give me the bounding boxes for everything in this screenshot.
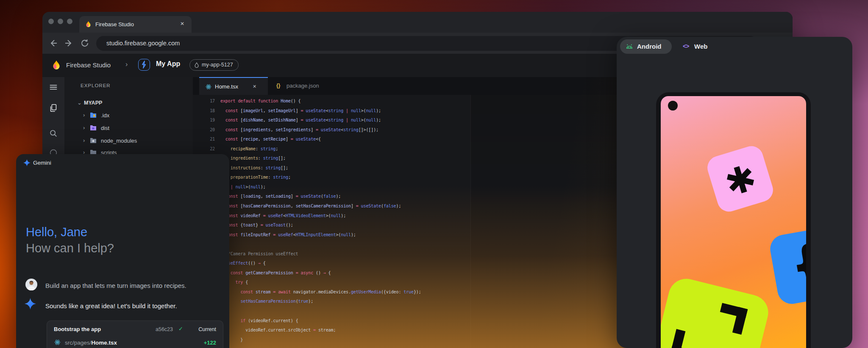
phone-screen[interactable]: ✱ { bbox=[661, 96, 806, 348]
camera-punch-hole bbox=[668, 101, 678, 110]
chevron-right-icon: › bbox=[83, 124, 85, 131]
explorer-title: EXPLORER bbox=[81, 83, 111, 88]
toggle-android-label: Android bbox=[637, 43, 662, 50]
chevron-right-icon: › bbox=[83, 112, 85, 118]
greeting-line1: Hello, Jane bbox=[26, 225, 87, 239]
brace-glyph: { bbox=[790, 238, 806, 290]
prototyper-icon bbox=[138, 59, 150, 71]
files-icon[interactable] bbox=[49, 103, 58, 113]
chevron-right-icon: › bbox=[83, 137, 85, 144]
tree-root-label: MYAPP bbox=[84, 100, 102, 106]
traffic-light-icon[interactable] bbox=[67, 19, 72, 24]
gemini-panel: Gemini Hello, Jane How can I help? Build… bbox=[16, 154, 229, 348]
search-icon[interactable] bbox=[49, 129, 58, 138]
pink-asterisk-tile: ✱ bbox=[704, 143, 776, 215]
back-icon[interactable] bbox=[48, 38, 58, 48]
studio-brand[interactable]: Firebase Studio bbox=[66, 61, 111, 69]
react-icon bbox=[205, 83, 212, 90]
reload-icon[interactable] bbox=[80, 38, 90, 48]
droplet-icon bbox=[194, 62, 200, 68]
asterisk-glyph: ✱ bbox=[721, 158, 760, 202]
tree-item-dist[interactable]: › dist bbox=[64, 122, 193, 134]
project-id-pill[interactable]: my-app-5127 bbox=[189, 59, 239, 71]
browser-tabstrip: Firebase Studio ✕ bbox=[42, 12, 793, 33]
folder-idx-icon bbox=[90, 112, 97, 118]
check-icon: ✓ bbox=[178, 326, 183, 332]
firebase-flame-icon bbox=[51, 60, 62, 71]
tab-close-icon[interactable]: ✕ bbox=[253, 84, 256, 89]
toggle-android[interactable]: Android bbox=[620, 39, 672, 54]
toggle-web[interactable]: <> Web bbox=[679, 39, 718, 54]
tree-root-myapp[interactable]: ⌄ MYAPP bbox=[64, 97, 193, 109]
tab-package-json[interactable]: {} package.json bbox=[268, 77, 351, 95]
project-name[interactable]: My App bbox=[156, 60, 180, 68]
bootstrap-card[interactable]: Bootstrap the app a56c23 ✓ Current src/p… bbox=[47, 320, 223, 348]
breadcrumb: › bbox=[125, 61, 128, 68]
tree-item-label: dist bbox=[101, 125, 109, 131]
forward-icon[interactable] bbox=[64, 38, 74, 48]
firebase-flame-icon bbox=[85, 21, 92, 28]
preview-panel: Android <> Web ✱ { bbox=[617, 37, 852, 348]
commit-hash: a56c23 bbox=[156, 326, 173, 332]
corner-bracket-icon bbox=[716, 303, 748, 334]
menu-icon[interactable] bbox=[49, 83, 58, 92]
blue-brace-tile: { bbox=[768, 225, 806, 306]
gemini-title: Gemini bbox=[33, 160, 51, 166]
tree-item-idx[interactable]: › .idx bbox=[64, 110, 193, 122]
tree-item-label: node_modules bbox=[101, 138, 137, 144]
folder-dist-icon bbox=[90, 125, 97, 131]
user-avatar bbox=[25, 279, 37, 290]
gemini-star-icon bbox=[23, 159, 31, 166]
changed-file-path[interactable]: src/pages/Home.tsx bbox=[65, 340, 117, 346]
android-phone-frame: ✱ { bbox=[656, 92, 811, 348]
toggle-web-label: Web bbox=[694, 43, 707, 50]
status-badge: Current bbox=[198, 326, 216, 332]
browser-tab[interactable]: Firebase Studio ✕ bbox=[79, 16, 192, 33]
user-message: Build an app that lets me turn images in… bbox=[45, 282, 186, 289]
screenshot-canvas: Firebase Studio ✕ studio.firebase.google… bbox=[0, 0, 868, 348]
url-text: studio.firebase.google.com bbox=[106, 40, 180, 47]
browser-tab-title: Firebase Studio bbox=[95, 21, 134, 28]
code-brackets-icon: <> bbox=[683, 43, 689, 50]
tree-item-label: .idx bbox=[101, 112, 109, 119]
bootstrap-card-title: Bootstrap the app bbox=[54, 326, 101, 332]
tab-label: package.json bbox=[287, 83, 319, 89]
assistant-message: Sounds like a great idea! Let's build it… bbox=[45, 302, 177, 309]
gemini-star-icon bbox=[25, 298, 36, 309]
traffic-light-icon[interactable] bbox=[48, 19, 54, 24]
android-icon bbox=[626, 43, 633, 50]
project-id: my-app-5127 bbox=[202, 62, 233, 68]
greeting-line2: How can I help? bbox=[26, 241, 114, 255]
corner-bracket-icon bbox=[670, 329, 702, 348]
green-brackets-tile bbox=[661, 275, 772, 348]
json-braces-icon: {} bbox=[276, 83, 280, 88]
react-icon bbox=[54, 339, 61, 346]
traffic-light-icon[interactable] bbox=[58, 19, 63, 24]
tree-item-node-modules[interactable]: › node_modules bbox=[64, 135, 193, 147]
additions-count: +122 bbox=[204, 340, 216, 346]
tab-home-tsx[interactable]: Home.tsx ✕ bbox=[199, 77, 268, 95]
tab-close-icon[interactable]: ✕ bbox=[180, 21, 184, 27]
tab-label: Home.tsx bbox=[215, 83, 238, 90]
chevron-down-icon: ⌄ bbox=[77, 99, 82, 106]
folder-node-modules-icon bbox=[90, 138, 97, 144]
